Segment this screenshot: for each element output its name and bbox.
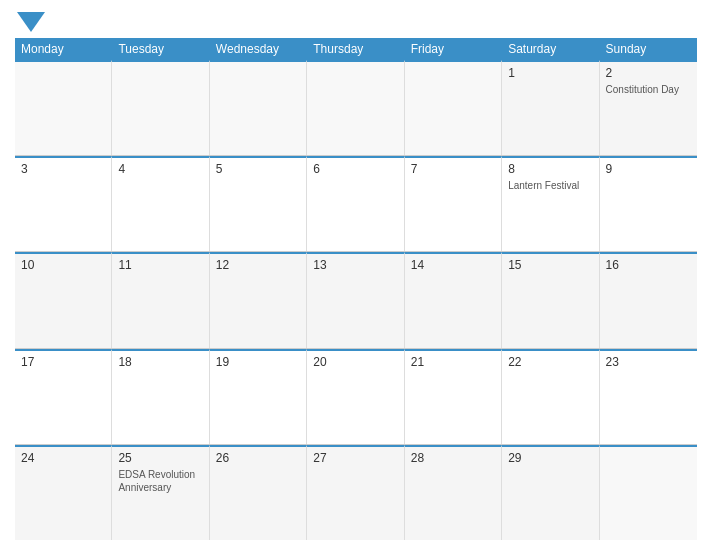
calendar-cell: 15 bbox=[502, 252, 599, 347]
calendar-cell bbox=[210, 60, 307, 155]
calendar-cell: 23 bbox=[600, 349, 697, 444]
calendar-cell: 7 bbox=[405, 156, 502, 251]
day-number: 29 bbox=[508, 451, 592, 465]
calendar-cell bbox=[307, 60, 404, 155]
day-number: 26 bbox=[216, 451, 300, 465]
day-number: 20 bbox=[313, 355, 397, 369]
calendar-week: 17181920212223 bbox=[15, 349, 697, 445]
calendar-cell bbox=[112, 60, 209, 155]
day-number: 24 bbox=[21, 451, 105, 465]
day-number: 3 bbox=[21, 162, 105, 176]
calendar-page: MondayTuesdayWednesdayThursdayFridaySatu… bbox=[0, 0, 712, 550]
calendar-cell: 13 bbox=[307, 252, 404, 347]
day-number: 8 bbox=[508, 162, 592, 176]
calendar-cell: 18 bbox=[112, 349, 209, 444]
calendar-week: 345678Lantern Festival9 bbox=[15, 156, 697, 252]
event-label: EDSA Revolution Anniversary bbox=[118, 468, 202, 494]
calendar-week: 12Constitution Day bbox=[15, 60, 697, 156]
day-number: 21 bbox=[411, 355, 495, 369]
day-number: 7 bbox=[411, 162, 495, 176]
logo-text bbox=[15, 10, 45, 38]
calendar-cell: 29 bbox=[502, 445, 599, 540]
calendar-cell: 4 bbox=[112, 156, 209, 251]
calendar-cell: 17 bbox=[15, 349, 112, 444]
calendar-cell bbox=[15, 60, 112, 155]
weekday-header: MondayTuesdayWednesdayThursdayFridaySatu… bbox=[15, 38, 697, 60]
day-number: 12 bbox=[216, 258, 300, 272]
event-label: Lantern Festival bbox=[508, 179, 592, 192]
calendar-cell: 10 bbox=[15, 252, 112, 347]
calendar-cell: 6 bbox=[307, 156, 404, 251]
day-number: 13 bbox=[313, 258, 397, 272]
calendar-body: 12Constitution Day345678Lantern Festival… bbox=[15, 60, 697, 540]
calendar-cell bbox=[405, 60, 502, 155]
weekday-header-cell: Friday bbox=[405, 38, 502, 60]
day-number: 28 bbox=[411, 451, 495, 465]
weekday-header-cell: Thursday bbox=[307, 38, 404, 60]
event-label: Constitution Day bbox=[606, 83, 691, 96]
day-number: 18 bbox=[118, 355, 202, 369]
day-number: 11 bbox=[118, 258, 202, 272]
calendar-cell bbox=[600, 445, 697, 540]
day-number: 16 bbox=[606, 258, 691, 272]
calendar-cell: 27 bbox=[307, 445, 404, 540]
day-number: 17 bbox=[21, 355, 105, 369]
calendar-cell: 2Constitution Day bbox=[600, 60, 697, 155]
calendar-cell: 8Lantern Festival bbox=[502, 156, 599, 251]
calendar-cell: 16 bbox=[600, 252, 697, 347]
day-number: 27 bbox=[313, 451, 397, 465]
day-number: 25 bbox=[118, 451, 202, 465]
calendar-cell: 26 bbox=[210, 445, 307, 540]
svg-marker-0 bbox=[17, 12, 45, 32]
calendar-cell: 12 bbox=[210, 252, 307, 347]
day-number: 9 bbox=[606, 162, 691, 176]
calendar-cell: 22 bbox=[502, 349, 599, 444]
calendar-cell: 28 bbox=[405, 445, 502, 540]
day-number: 15 bbox=[508, 258, 592, 272]
logo bbox=[15, 10, 105, 30]
calendar-cell: 3 bbox=[15, 156, 112, 251]
calendar: MondayTuesdayWednesdayThursdayFridaySatu… bbox=[15, 38, 697, 540]
page-header bbox=[15, 10, 697, 30]
calendar-week: 10111213141516 bbox=[15, 252, 697, 348]
day-number: 1 bbox=[508, 66, 592, 80]
day-number: 6 bbox=[313, 162, 397, 176]
calendar-cell: 9 bbox=[600, 156, 697, 251]
calendar-cell: 11 bbox=[112, 252, 209, 347]
calendar-cell: 21 bbox=[405, 349, 502, 444]
day-number: 2 bbox=[606, 66, 691, 80]
calendar-week: 2425EDSA Revolution Anniversary26272829 bbox=[15, 445, 697, 540]
calendar-cell: 20 bbox=[307, 349, 404, 444]
day-number: 19 bbox=[216, 355, 300, 369]
day-number: 23 bbox=[606, 355, 691, 369]
weekday-header-cell: Wednesday bbox=[210, 38, 307, 60]
day-number: 10 bbox=[21, 258, 105, 272]
logo-flag-icon bbox=[17, 8, 45, 36]
calendar-cell: 24 bbox=[15, 445, 112, 540]
day-number: 4 bbox=[118, 162, 202, 176]
calendar-cell: 25EDSA Revolution Anniversary bbox=[112, 445, 209, 540]
day-number: 22 bbox=[508, 355, 592, 369]
weekday-header-cell: Monday bbox=[15, 38, 112, 60]
day-number: 5 bbox=[216, 162, 300, 176]
day-number: 14 bbox=[411, 258, 495, 272]
calendar-cell: 1 bbox=[502, 60, 599, 155]
weekday-header-cell: Saturday bbox=[502, 38, 599, 60]
weekday-header-cell: Sunday bbox=[600, 38, 697, 60]
calendar-cell: 14 bbox=[405, 252, 502, 347]
weekday-header-cell: Tuesday bbox=[112, 38, 209, 60]
calendar-cell: 19 bbox=[210, 349, 307, 444]
calendar-cell: 5 bbox=[210, 156, 307, 251]
